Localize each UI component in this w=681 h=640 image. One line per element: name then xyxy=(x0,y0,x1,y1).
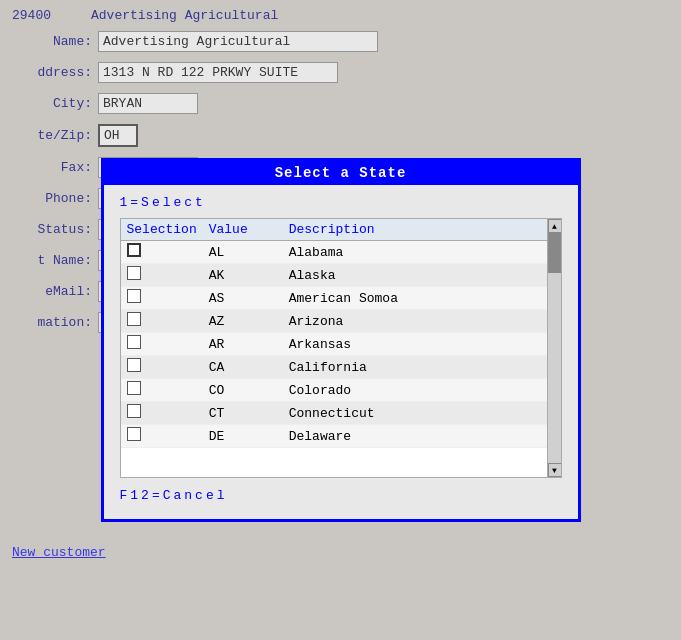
modal-footer[interactable]: F12=Cancel xyxy=(120,488,562,503)
table-row[interactable]: ALAlabama xyxy=(121,241,561,264)
value-cell: AK xyxy=(203,264,283,287)
selection-cell[interactable] xyxy=(121,425,203,448)
modal-hint: 1=Select xyxy=(120,195,562,210)
state-table: Selection Value Description ALAlabamaAKA… xyxy=(121,219,561,448)
state-checkbox[interactable] xyxy=(127,335,141,349)
table-row[interactable]: AZArizona xyxy=(121,310,561,333)
state-checkbox[interactable] xyxy=(127,358,141,372)
value-cell: AL xyxy=(203,241,283,264)
table-row[interactable]: AKAlaska xyxy=(121,264,561,287)
modal-title: Select a State xyxy=(104,161,578,185)
description-cell: Arkansas xyxy=(283,333,561,356)
selection-cell[interactable] xyxy=(121,402,203,425)
table-row[interactable]: ARArkansas xyxy=(121,333,561,356)
description-cell: Alaska xyxy=(283,264,561,287)
table-row[interactable]: DEDelaware xyxy=(121,425,561,448)
selection-cell[interactable] xyxy=(121,264,203,287)
description-cell: Connecticut xyxy=(283,402,561,425)
selection-cell[interactable] xyxy=(121,310,203,333)
select-state-modal: Select a State 1=Select Selection Value … xyxy=(101,158,581,522)
col-header-value: Value xyxy=(203,219,283,241)
description-cell: Arizona xyxy=(283,310,561,333)
col-header-description: Description xyxy=(283,219,561,241)
description-cell: California xyxy=(283,356,561,379)
value-cell: CA xyxy=(203,356,283,379)
state-checkbox[interactable] xyxy=(127,381,141,395)
selection-cell[interactable] xyxy=(121,356,203,379)
selection-cell[interactable] xyxy=(121,333,203,356)
table-row[interactable]: ASAmerican Somoa xyxy=(121,287,561,310)
value-cell: AS xyxy=(203,287,283,310)
value-cell: CT xyxy=(203,402,283,425)
state-checkbox[interactable] xyxy=(127,427,141,441)
state-table-wrapper[interactable]: Selection Value Description ALAlabamaAKA… xyxy=(120,218,562,478)
scrollbar-thumb[interactable] xyxy=(548,233,562,273)
selection-cell[interactable] xyxy=(121,287,203,310)
selection-cell[interactable] xyxy=(121,379,203,402)
description-cell: Delaware xyxy=(283,425,561,448)
col-header-selection: Selection xyxy=(121,219,203,241)
table-row[interactable]: CACalifornia xyxy=(121,356,561,379)
description-cell: American Somoa xyxy=(283,287,561,310)
table-row[interactable]: CTConnecticut xyxy=(121,402,561,425)
state-checkbox[interactable] xyxy=(127,243,141,257)
scrollbar-arrow-down[interactable]: ▼ xyxy=(548,463,562,477)
scrollbar-arrow-up[interactable]: ▲ xyxy=(548,219,562,233)
state-checkbox[interactable] xyxy=(127,312,141,326)
table-row[interactable]: COColorado xyxy=(121,379,561,402)
value-cell: AR xyxy=(203,333,283,356)
modal-overlay: Select a State 1=Select Selection Value … xyxy=(0,0,681,640)
state-checkbox[interactable] xyxy=(127,404,141,418)
value-cell: CO xyxy=(203,379,283,402)
selection-cell[interactable] xyxy=(121,241,203,264)
description-cell: Alabama xyxy=(283,241,561,264)
state-checkbox[interactable] xyxy=(127,266,141,280)
value-cell: AZ xyxy=(203,310,283,333)
table-header-row: Selection Value Description xyxy=(121,219,561,241)
description-cell: Colorado xyxy=(283,379,561,402)
scrollbar[interactable]: ▲ ▼ xyxy=(547,219,561,477)
state-checkbox[interactable] xyxy=(127,289,141,303)
value-cell: DE xyxy=(203,425,283,448)
